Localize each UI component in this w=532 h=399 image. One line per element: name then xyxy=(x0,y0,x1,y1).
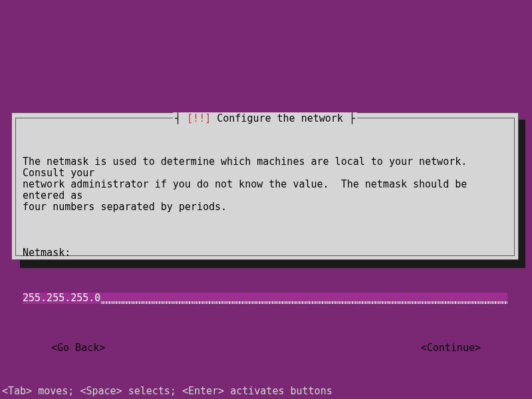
dialog-button-row: <Go Back> <Continue> xyxy=(23,342,507,354)
configure-network-dialog: ┤ [!!] Configure the network ├ The netma… xyxy=(11,112,519,260)
netmask-input[interactable]: 255.255.255.0 xyxy=(23,293,507,304)
netmask-input-value: 255.255.255.0 xyxy=(23,293,100,304)
dialog-content: The netmask is used to determine which m… xyxy=(16,118,514,383)
dialog-description: The netmask is used to determine which m… xyxy=(23,156,507,213)
continue-button[interactable]: <Continue> xyxy=(421,342,481,354)
go-back-button[interactable]: <Go Back> xyxy=(51,342,105,354)
footer-hints: <Tab> moves; <Space> selects; <Enter> ac… xyxy=(2,385,332,397)
dialog-frame: ┤ [!!] Configure the network ├ The netma… xyxy=(15,118,515,256)
netmask-input-fill xyxy=(100,293,507,304)
netmask-label: Netmask: xyxy=(23,247,507,259)
